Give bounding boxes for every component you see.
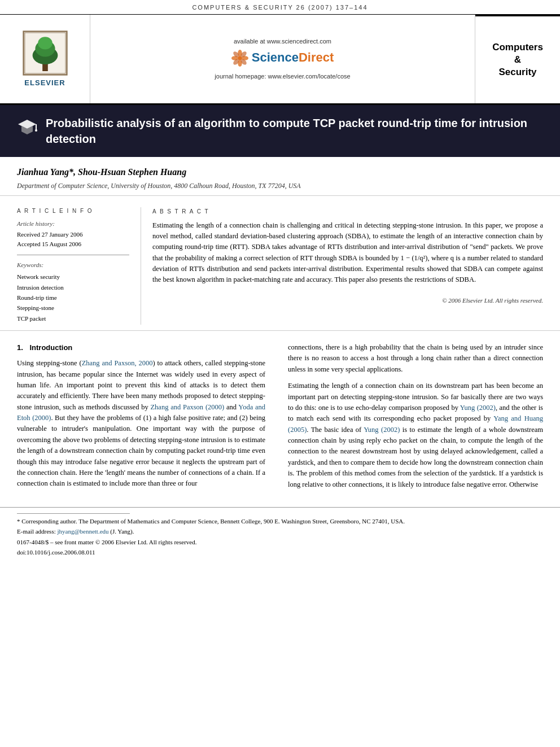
zhang-paxson-2000-link[interactable]: Zhang and Paxson (2000)	[150, 403, 224, 411]
svg-marker-16	[18, 120, 36, 129]
authors-section: Jianhua Yang*, Shou-Hsuan Stephen Huang …	[0, 157, 560, 195]
section1-heading: 1. Introduction	[17, 342, 265, 353]
sciencedirect-text: ScienceDirect	[252, 49, 334, 67]
journal-topbar: COMPUTERS & SECURITY 26 (2007) 137–144	[0, 0, 560, 15]
available-text: available at www.sciencedirect.com	[234, 37, 331, 46]
authors-line: Jianhua Yang*, Shou-Hsuan Stephen Huang	[17, 166, 543, 178]
footnote-doi: doi:10.1016/j.cose.2006.08.011	[17, 548, 543, 557]
journal-citation: COMPUTERS & SECURITY 26 (2007) 137–144	[192, 4, 368, 11]
info-divider	[17, 255, 129, 255]
and-text: and	[317, 458, 327, 466]
elsevier-logo-box: ELSEVIER	[0, 15, 90, 103]
yung-2002-link[interactable]: Yung (2002)	[460, 404, 496, 412]
yang-huang-link[interactable]: Yang and Huang (2005)	[288, 414, 543, 433]
elsevier-label: ELSEVIER	[24, 78, 65, 88]
keyword-1: Network security	[17, 273, 129, 281]
section1-para1: Using stepping-stone (Zhang and Paxson, …	[17, 358, 265, 490]
main-content-section: 1. Introduction Using stepping-stone (Zh…	[0, 331, 560, 501]
keyword-3: Round-trip time	[17, 294, 129, 302]
journal-title: Computers & Security	[492, 41, 543, 78]
history-label: Article history:	[17, 220, 129, 228]
keywords-label: Keywords:	[17, 261, 129, 269]
journal-header: ELSEVIER available at www.sciencedirect.…	[0, 15, 560, 105]
article-info-heading: A R T I C L E I N F O	[17, 207, 129, 215]
footnote-area: * Corresponding author. The Department o…	[0, 507, 560, 568]
accepted-date: Accepted 15 August 2006	[17, 240, 129, 248]
mortarboard-icon	[17, 117, 37, 138]
svg-point-4	[38, 37, 53, 49]
svg-point-19	[35, 129, 37, 132]
abstract-heading: A B S T R A C T	[152, 207, 543, 216]
article-info-col: A R T I C L E I N F O Article history: R…	[17, 207, 141, 325]
received-date: Received 27 January 2006	[17, 230, 129, 239]
header-right: Computers & Security	[475, 15, 560, 103]
abstract-col: A B S T R A C T Estimating the length of…	[141, 207, 543, 325]
elsevier-tree-icon	[23, 30, 68, 76]
section1-title: Introduction	[29, 343, 72, 352]
section1-para2: connections, there is a high probability…	[288, 342, 543, 375]
article-type-icon	[17, 117, 37, 141]
content-right-col: connections, there is a high probability…	[277, 342, 543, 496]
copyright-line: © 2006 Elsevier Ltd. All rights reserved…	[152, 291, 543, 305]
content-left-col: 1. Introduction Using stepping-stone (Zh…	[17, 342, 277, 496]
yoda-etoh-link[interactable]: Yoda and Etoh (2000)	[17, 403, 265, 422]
sciencedirect-logo: ScienceDirect	[231, 49, 334, 67]
keyword-2: Intrusion detection	[17, 283, 129, 292]
zhang-paxson-link[interactable]: Zhang and Paxson, 2000	[82, 359, 153, 367]
footnote-issn: 0167-4048/$ – see front matter © 2006 El…	[17, 538, 543, 547]
keyword-5: TCP packet	[17, 314, 129, 323]
affiliation-line: Department of Computer Science, Universi…	[17, 181, 543, 191]
keyword-4: Stepping-stone	[17, 304, 129, 312]
article-main-title: Probabilistic analysis of an algorithm t…	[46, 115, 543, 147]
article-info-abstract-section: A R T I C L E I N F O Article history: R…	[0, 196, 560, 331]
sciencedirect-flower-icon	[231, 50, 248, 67]
section1-number: 1.	[17, 343, 23, 352]
header-middle: available at www.sciencedirect.com Scien…	[90, 15, 475, 103]
article-title-section: Probabilistic analysis of an algorithm t…	[0, 105, 560, 157]
yung-2002-link2[interactable]: Yung (2002)	[364, 426, 400, 434]
journal-homepage: journal homepage: www.elsevier.com/locat…	[215, 72, 350, 81]
abstract-text: Estimating the length of a connection ch…	[152, 220, 543, 286]
footnote-divider	[17, 513, 130, 514]
footnote-corresponding: * Corresponding author. The Department o…	[17, 517, 543, 526]
email-link[interactable]: jhyang@bennett.edu	[57, 528, 108, 535]
section1-para3: Estimating the length of a connection ch…	[288, 381, 543, 490]
footnote-email: E-mail address: jhyang@bennett.edu (J. Y…	[17, 527, 543, 536]
